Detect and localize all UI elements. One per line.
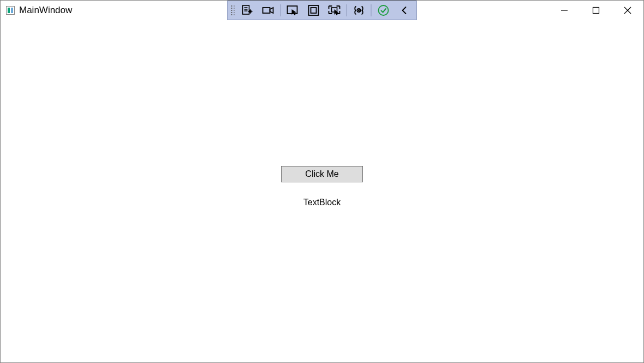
toolbar-separator xyxy=(281,4,281,16)
live-visual-tree-icon[interactable] xyxy=(238,2,258,19)
layout-adorners-icon[interactable] xyxy=(304,2,324,19)
svg-rect-4 xyxy=(263,8,270,13)
content-stack: Click Me TextBlock xyxy=(281,166,363,207)
track-focused-icon[interactable] xyxy=(325,2,344,19)
recorder-icon[interactable] xyxy=(259,2,278,19)
click-me-button[interactable]: Click Me xyxy=(281,166,363,182)
toolbar-separator xyxy=(347,4,347,16)
debug-toolbar xyxy=(228,1,417,20)
toolbar-separator xyxy=(371,4,372,16)
close-button[interactable] xyxy=(612,1,643,20)
svg-rect-7 xyxy=(311,8,317,13)
minimize-button[interactable] xyxy=(548,1,580,20)
binding-failures-icon[interactable] xyxy=(349,2,369,19)
select-element-icon[interactable] xyxy=(283,2,303,19)
collapse-icon[interactable] xyxy=(395,2,414,19)
svg-rect-0 xyxy=(243,5,249,14)
toolbar-grip[interactable] xyxy=(230,3,236,18)
maximize-button[interactable] xyxy=(580,1,612,20)
app-icon xyxy=(6,6,15,15)
svg-point-10 xyxy=(379,5,389,15)
svg-rect-12 xyxy=(593,8,599,14)
textblock-label: TextBlock xyxy=(303,198,341,207)
window-controls xyxy=(548,1,643,20)
title-bar: MainWindow xyxy=(1,1,643,20)
svg-rect-6 xyxy=(309,5,319,15)
hot-reload-icon[interactable] xyxy=(374,2,393,19)
window-title: MainWindow xyxy=(19,5,72,16)
client-area: Click Me TextBlock xyxy=(1,20,643,362)
